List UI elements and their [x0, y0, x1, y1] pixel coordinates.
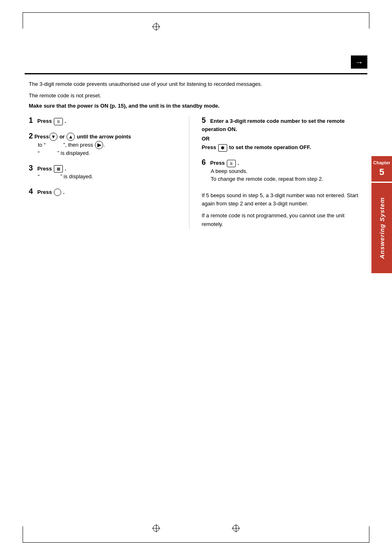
step-4-period: .: [63, 189, 65, 195]
left-column: 1 Press ≡ . 2 Press ▼ or ▲ until the arr…: [29, 116, 189, 229]
step-6-sub1: A beep sounds.: [211, 167, 363, 175]
step-5: 5 Enter a 3-digit remote code number to …: [202, 116, 363, 152]
step-5-number: 5: [202, 116, 206, 124]
next-arrow-button: [351, 55, 367, 69]
step-1-key: ≡: [54, 118, 63, 125]
step-6-press: Press: [210, 160, 226, 166]
step-2-key-down: ▼: [49, 133, 58, 141]
reg-mark-bottom-right: [232, 524, 240, 532]
step-4-number: 4: [29, 187, 33, 196]
step-2-sub2: “ ” is displayed.: [38, 149, 181, 157]
step-3-sub: “ ” is displayed.: [38, 173, 181, 181]
intro-line2: The remote code is not preset.: [29, 92, 363, 100]
step-2-until: until the arrow points: [75, 133, 131, 141]
step-2-play-key: ▶: [95, 141, 103, 149]
step-2-press: Press: [35, 133, 49, 141]
step-3-period: .: [65, 166, 67, 172]
main-content: The 3-digit remote code prevents unautho…: [29, 80, 363, 229]
border-left-bottom: [23, 526, 23, 543]
top-rule: [25, 73, 367, 74]
step-1-period: .: [65, 118, 67, 124]
step-2-or: or: [58, 133, 66, 141]
step-5-star-key: ✱: [218, 144, 227, 152]
page-border-bottom: [23, 542, 369, 543]
step-4: 4 Press .: [29, 187, 181, 196]
step-2-key-up: ▲: [67, 133, 75, 141]
step-2-sub1: to “ ”, then press ▶.: [38, 141, 181, 150]
step-5-or: OR: [202, 136, 363, 142]
step-6-key: ≡: [227, 160, 236, 167]
note-section: If 5 beeps sound in step 5, a 3-digit nu…: [202, 191, 363, 229]
answering-system-tab: Answering System: [371, 183, 392, 273]
step-4-key: [54, 189, 61, 196]
step-1: 1 Press ≡ .: [29, 116, 181, 125]
note-line1: If 5 beeps sound in step 5, a 3-digit nu…: [202, 191, 363, 209]
chapter-number: 5: [379, 167, 384, 177]
two-column-layout: 1 Press ≡ . 2 Press ▼ or ▲ until the arr…: [29, 116, 363, 229]
step-5-press: Press: [202, 144, 218, 150]
answering-system-label: Answering System: [378, 197, 385, 259]
step-3-number: 3: [29, 164, 33, 172]
page-border-top: [23, 12, 369, 13]
step-5-press-line: Press ✱ to set the remote operation OFF.: [202, 144, 363, 152]
intro-line1: The 3-digit remote code prevents unautho…: [29, 80, 363, 88]
step-1-number: 1: [29, 116, 33, 124]
reg-mark-bottom-left: [152, 524, 160, 532]
step-5-off-text: to set the remote operation OFF.: [229, 144, 311, 150]
step-3-press: Press: [37, 166, 53, 172]
step-3: 3 Press ⊞ . “ ” is displayed.: [29, 164, 181, 181]
step-6: 6 Press ≡ . A beep sounds. To change the…: [202, 158, 363, 183]
chapter-label: Chapter: [373, 160, 390, 165]
step-6-sub2: To change the remote code, repeat from s…: [211, 175, 363, 183]
step-6-number: 6: [202, 158, 206, 166]
border-left-top: [23, 12, 23, 29]
step-6-period: .: [238, 160, 239, 166]
chapter-tab: Chapter 5: [371, 156, 392, 182]
step-3-key: ⊞: [54, 165, 63, 173]
step-2: 2 Press ▼ or ▲ until the arrow points to…: [29, 132, 181, 157]
note-line2: If a remote code is not programmed, you …: [202, 212, 363, 229]
step-2-number: 2: [29, 132, 33, 140]
step-1-press: Press: [37, 118, 53, 124]
step-5-text: Enter a 3-digit remote code number to se…: [202, 118, 345, 132]
step-4-press: Press: [37, 189, 53, 195]
right-column: 5 Enter a 3-digit remote code number to …: [189, 116, 363, 229]
border-right-bottom: [369, 526, 369, 543]
intro-bold: Make sure that the power is ON (p. 15), …: [29, 103, 363, 109]
reg-mark-top-left: [152, 23, 160, 31]
border-right-top: [369, 12, 369, 29]
